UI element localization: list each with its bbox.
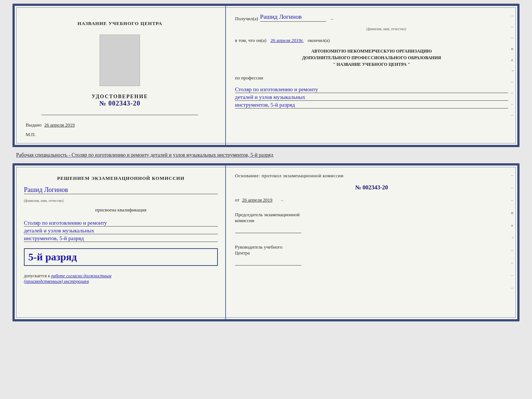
highlighted-box: 5-й разряд <box>24 248 218 266</box>
bdash1: – <box>511 173 515 177</box>
dash1: – <box>511 13 515 18</box>
bdash3: – <box>511 198 515 202</box>
date-line: в том, что он(а) 26 апреля 2019г. окончи… <box>235 38 508 43</box>
divider-line <box>42 115 198 115</box>
profession-line1: Столяр по изготовлению и ремонту <box>235 86 508 93</box>
fio-hint-bottom: (фамилия, имя, отчество) <box>24 199 218 203</box>
cert-label: УДОСТОВЕРЕНИЕ <box>92 94 148 100</box>
bdash7: – <box>511 248 515 252</box>
chairman-line2: комиссии <box>235 218 255 223</box>
allowed-value: работе согласно должностным <box>51 273 111 278</box>
org-line1: АВТОНОМНУЮ НЕКОММЕРЧЕСКУЮ ОРГАНИЗАЦИЮ <box>311 49 432 54</box>
bdash9: – <box>511 273 515 277</box>
qual-line3: инструментов, 5-й разряд <box>24 235 218 242</box>
top-right-panel: – – – и а ← – – – – Получил(а) Рашид Лог… <box>226 6 517 145</box>
assigned-text: присвоена квалификация <box>24 207 218 213</box>
dash9: – <box>511 101 515 106</box>
qual-line2: деталей и узлов музыкальных <box>24 228 218 234</box>
dash2: – <box>511 24 515 29</box>
head-line1: Руководитель учебного <box>235 244 283 250</box>
chairman-signature-line <box>235 233 301 233</box>
received-label: Получил(а) <box>235 16 258 22</box>
top-document: НАЗВАНИЕ УЧЕБНОГО ЦЕНТРА УДОСТОВЕРЕНИЕ №… <box>12 4 520 147</box>
dash-right-bottom: – <box>281 197 284 203</box>
dash10: – <box>511 113 515 117</box>
protocol-date-value: 26 апреля 2019 <box>242 197 273 203</box>
issued-date: Выдано 26 апреля 2019 <box>22 122 75 128</box>
specialty-text: Рабочая специальность - Столяр по изгото… <box>12 150 520 160</box>
qual-line1: Столяр по изготовлению и ремонту <box>24 220 218 227</box>
cert-number: № 002343-20 <box>99 100 140 107</box>
chairman-line1: Председатель экзаменационной <box>235 212 300 217</box>
profession-line2: деталей и узлов музыкальных <box>235 94 508 101</box>
document-wrapper: НАЗВАНИЕ УЧЕБНОГО ЦЕНТРА УДОСТОВЕРЕНИЕ №… <box>12 4 520 321</box>
recipient-name: Рашид Логинов <box>260 13 326 22</box>
org-name-top: НАЗВАНИЕ УЧЕБНОГО ЦЕНТРА <box>78 21 162 26</box>
side-dashes-bottom: – – – и а ← – – – – <box>511 173 515 290</box>
issued-date-value: 26 апреля 2019 <box>44 122 75 128</box>
dash3: – <box>511 35 515 40</box>
profession-label: по профессии <box>235 75 508 81</box>
certificate-title: УДОСТОВЕРЕНИЕ № 002343-20 <box>92 94 148 107</box>
qualification-lines: Столяр по изготовлению и ремонту деталей… <box>24 219 218 243</box>
finished-label: окончил(а) <box>308 38 330 43</box>
dash6: ← <box>511 68 515 73</box>
date-label: в том, что он(а) <box>235 38 267 43</box>
protocol-number: № 002343-20 <box>235 184 508 191</box>
org-line2: ДОПОЛНИТЕЛЬНОГО ПРОФЕССИОНАЛЬНОГО ОБРАЗО… <box>302 55 441 60</box>
bottom-left-panel: Решением экзаменационной комиссии Рашид … <box>15 165 226 319</box>
bottom-document: Решением экзаменационной комиссии Рашид … <box>12 163 520 321</box>
decision-name: Рашид Логинов <box>24 186 218 194</box>
head-text: Руководитель учебного Центра <box>235 244 508 256</box>
bdash8: – <box>511 260 515 265</box>
dash8: – <box>511 90 515 95</box>
profession-line3: инструментов, 5-й разряд <box>235 102 508 108</box>
photo-placeholder <box>100 35 140 86</box>
allowed-text: допускается к работе согласно должностны… <box>24 273 218 284</box>
decision-text: Решением экзаменационной комиссии <box>24 175 218 182</box>
basis-text: Основание: протокол экзаменационной коми… <box>235 173 508 179</box>
allowed-value2: (производственным) инструкциям <box>24 279 89 284</box>
org-description: АВТОНОМНУЮ НЕКОММЕРЧЕСКУЮ ОРГАНИЗАЦИЮ ДО… <box>235 48 508 68</box>
bottom-right-panel: – – – и а ← – – – – Основание: протокол … <box>226 165 517 319</box>
allowed-label: допускается к <box>24 273 50 278</box>
org-line3: " НАЗВАНИЕ УЧЕБНОГО ЦЕНТРА " <box>333 62 410 67</box>
side-dashes-top: – – – и а ← – – – – <box>511 13 515 117</box>
mp-label: М.П. <box>22 132 36 138</box>
protocol-date: от 26 апреля 2019 – <box>235 197 508 203</box>
head-signature-line <box>235 265 301 266</box>
fio-hint-top: (фамилия, имя, отчество) <box>265 27 508 31</box>
bdash4: и <box>511 210 515 215</box>
top-left-panel: НАЗВАНИЕ УЧЕБНОГО ЦЕНТРА УДОСТОВЕРЕНИЕ №… <box>15 6 226 145</box>
chairman-text: Председатель экзаменационной комиссии <box>235 212 508 224</box>
date-prefix: от <box>235 197 240 203</box>
bdash10: – <box>511 285 515 290</box>
issued-label: Выдано <box>26 122 42 128</box>
dash7: – <box>511 79 515 84</box>
bdash2: – <box>511 185 515 190</box>
bdash5: а <box>511 223 515 227</box>
dash-right: – <box>331 16 334 22</box>
dash5: а <box>511 57 515 62</box>
recipient-line: Получил(а) Рашид Логинов – <box>235 13 508 22</box>
bdash6: ← <box>511 235 515 240</box>
dash4: и <box>511 46 515 51</box>
head-line2: Центра <box>235 250 250 256</box>
date-value: 26 апреля 2019г. <box>270 38 303 43</box>
highlighted-label: 5-й разряд <box>28 251 213 263</box>
profession-lines: Столяр по изготовлению и ремонту деталей… <box>235 85 508 110</box>
